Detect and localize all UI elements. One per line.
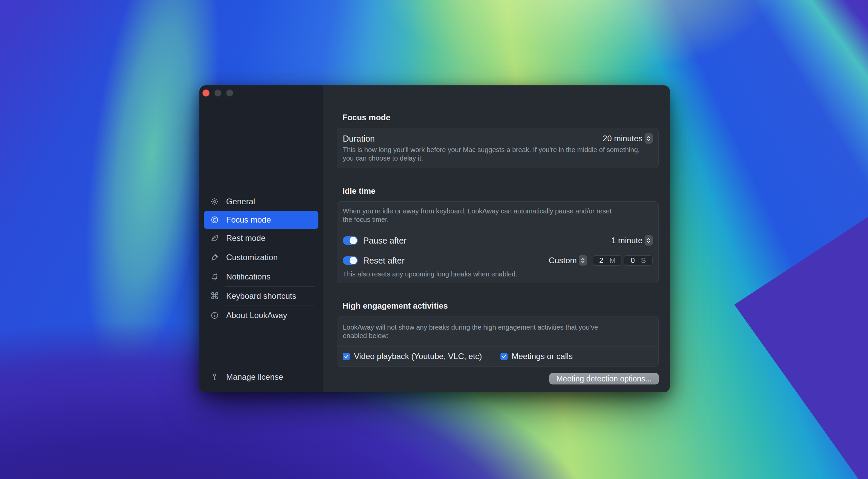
section-title-high-engagement: High engagement activities	[337, 300, 659, 312]
reset-minutes-value: 2	[599, 256, 603, 265]
gear-icon	[210, 197, 219, 206]
section-title-focus-mode: Focus mode	[337, 112, 659, 123]
sidebar-nav: General Focus mode Rest mode	[204, 192, 318, 325]
info-circle-icon	[210, 311, 219, 320]
reset-seconds-field[interactable]: 0 S	[624, 255, 653, 266]
video-playback-option[interactable]: Video playback (Youtube, VLC, etc)	[343, 352, 500, 361]
reset-seconds-value: 0	[631, 256, 635, 265]
sidebar-item-label: About LookAway	[226, 311, 287, 320]
reset-note: This also resets any upcoming long break…	[337, 270, 658, 283]
duration-card: Duration 20 minutes This is how long you…	[337, 128, 659, 168]
idle-description: When you're idle or away from keyboard, …	[337, 207, 658, 224]
video-playback-checkbox[interactable]	[343, 353, 350, 360]
duration-label: Duration	[343, 134, 375, 144]
duration-value: 20 minutes	[603, 134, 643, 143]
sidebar: General Focus mode Rest mode	[199, 85, 323, 392]
engagement-description: LookAway will not show any breaks during…	[337, 323, 658, 340]
meetings-calls-checkbox[interactable]	[500, 353, 508, 360]
sidebar-item-rest-mode[interactable]: Rest mode	[204, 229, 318, 247]
pause-after-label: Pause after	[363, 236, 407, 246]
sidebar-item-general[interactable]: General	[204, 192, 318, 211]
reset-after-toggle[interactable]	[343, 256, 358, 265]
close-button[interactable]	[202, 89, 210, 97]
engagement-checkbox-row: Video playback (Youtube, VLC, etc) Meeti…	[337, 347, 658, 366]
meetings-calls-option[interactable]: Meetings or calls	[500, 352, 573, 361]
traffic-lights	[202, 89, 233, 97]
target-icon	[210, 215, 219, 224]
command-icon: ⌘	[210, 292, 219, 300]
footer-button-row: Meeting detection options...	[337, 373, 659, 384]
sidebar-item-customization[interactable]: Customization	[204, 248, 318, 267]
reset-after-row: Reset after Custom 2 M 0 S	[337, 251, 658, 270]
sidebar-divider	[225, 267, 315, 267]
high-engagement-card: LookAway will not show any breaks during…	[337, 316, 659, 367]
video-playback-label: Video playback (Youtube, VLC, etc)	[354, 352, 482, 361]
sidebar-divider	[225, 248, 315, 248]
meetings-calls-label: Meetings or calls	[512, 352, 573, 361]
manage-license-label: Manage license	[226, 372, 283, 382]
sidebar-footer: Manage license	[204, 368, 318, 386]
sidebar-item-label: Focus mode	[226, 215, 271, 225]
paintbrush-icon	[210, 253, 219, 262]
reset-after-label: Reset after	[363, 256, 405, 266]
pause-after-row: Pause after 1 minute	[337, 230, 658, 251]
sidebar-item-about[interactable]: About LookAway	[204, 306, 318, 325]
minimize-button[interactable]	[214, 89, 221, 97]
bell-badge-icon	[210, 272, 219, 281]
leaf-icon	[210, 234, 219, 243]
lookaway-settings-window: General Focus mode Rest mode	[199, 85, 670, 392]
sidebar-item-label: Customization	[226, 253, 278, 262]
pause-after-value: 1 minute	[611, 236, 643, 245]
reset-mode-value: Custom	[549, 256, 577, 265]
duration-stepper[interactable]	[645, 133, 653, 144]
key-icon	[210, 373, 219, 381]
reset-seconds-unit: S	[641, 256, 646, 265]
sidebar-item-label: General	[226, 197, 255, 206]
sidebar-item-keyboard-shortcuts[interactable]: ⌘ Keyboard shortcuts	[204, 287, 318, 305]
sidebar-item-label: Rest mode	[226, 233, 265, 243]
reset-minutes-unit: M	[609, 256, 615, 265]
meeting-detection-options-button[interactable]: Meeting detection options...	[549, 373, 659, 384]
zoom-button[interactable]	[226, 89, 233, 97]
pause-after-toggle[interactable]	[343, 236, 358, 245]
duration-description: This is how long you'll work before your…	[337, 146, 658, 163]
manage-license-button[interactable]: Manage license	[204, 368, 318, 386]
sidebar-divider	[225, 286, 315, 287]
reset-minutes-field[interactable]: 2 M	[593, 255, 622, 266]
duration-row: Duration 20 minutes	[337, 131, 658, 146]
section-title-idle-time: Idle time	[337, 185, 659, 197]
reset-mode-stepper[interactable]	[579, 255, 587, 266]
sidebar-divider	[225, 306, 315, 306]
pause-after-stepper[interactable]	[645, 235, 653, 246]
idle-time-card: When you're idle or away from keyboard, …	[337, 201, 659, 283]
sidebar-item-label: Keyboard shortcuts	[226, 291, 296, 301]
sidebar-item-focus-mode[interactable]: Focus mode	[204, 211, 318, 229]
sidebar-item-label: Notifications	[226, 272, 271, 282]
sidebar-item-notifications[interactable]: Notifications	[204, 268, 318, 286]
settings-content: Focus mode Duration 20 minutes This is h…	[323, 85, 670, 392]
